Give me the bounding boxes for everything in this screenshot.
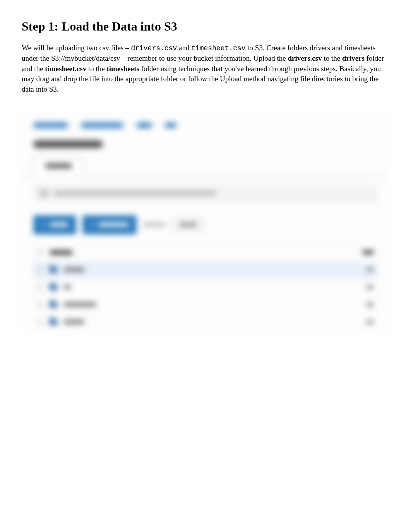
- code-drivers-csv: drivers.csv: [131, 44, 177, 52]
- list-row: [33, 261, 378, 278]
- breadcrumb-separator: ›: [74, 122, 75, 129]
- breadcrumb-separator: ›: [129, 122, 131, 129]
- bold-timesheets-folder: timesheets: [107, 65, 139, 73]
- bold-drivers-folder: drivers: [342, 54, 365, 62]
- checkbox: [37, 249, 43, 256]
- bucket-title: [22, 138, 389, 156]
- list-row: [33, 278, 378, 296]
- column-header-name: [50, 250, 73, 255]
- intro-paragraph: We will be uploading two csv files – dri…: [22, 43, 389, 95]
- text-segment: We will be uploading two csv files –: [22, 44, 131, 52]
- embedded-screenshot-blurred: › › › + +: [22, 110, 389, 334]
- row-meta: [366, 303, 374, 307]
- folder-icon: [50, 302, 57, 308]
- column-header-right: [362, 250, 374, 254]
- tab-overview: [33, 157, 84, 175]
- row-name: [63, 268, 85, 272]
- list-header: [33, 244, 378, 261]
- text-segment: to the: [322, 54, 342, 62]
- create-folder-button: +: [82, 215, 137, 234]
- breadcrumb-item: [165, 123, 176, 128]
- upload-button: +: [33, 215, 76, 234]
- page-heading: Step 1: Load the Data into S3: [22, 19, 389, 34]
- object-list: [22, 244, 389, 331]
- list-row: [33, 313, 378, 331]
- breadcrumb-item: [33, 123, 68, 128]
- folder-icon: [50, 267, 57, 273]
- breadcrumb-item: [81, 123, 123, 128]
- row-name: [63, 285, 71, 289]
- breadcrumb: › › ›: [22, 118, 389, 138]
- search-placeholder: [53, 191, 216, 196]
- row-meta: [366, 285, 374, 289]
- actions-dropdown: [172, 218, 204, 231]
- code-timesheet-csv: timesheet.csv: [191, 44, 245, 52]
- search-bar: [33, 184, 378, 202]
- list-row: [33, 296, 378, 313]
- breadcrumb-separator: ›: [158, 122, 159, 129]
- breadcrumb-item: [137, 123, 152, 128]
- checkbox: [37, 302, 43, 308]
- bold-drivers-csv: drivers.csv: [288, 54, 322, 62]
- text-segment: to the: [86, 65, 106, 73]
- plus-icon: +: [41, 221, 45, 229]
- search-icon: [40, 190, 47, 197]
- bold-timesheet-csv: timesheet.csv: [45, 65, 86, 73]
- action-row: + +: [22, 211, 389, 244]
- row-meta: [366, 268, 374, 272]
- action-text: [143, 223, 166, 227]
- checkbox: [37, 319, 43, 325]
- text-segment: and: [177, 44, 191, 52]
- folder-icon: [50, 284, 57, 290]
- checkbox: [37, 284, 43, 290]
- tab-row: [22, 156, 389, 177]
- row-name: [63, 302, 96, 307]
- plus-icon: +: [90, 221, 94, 229]
- row-meta: [366, 320, 374, 324]
- folder-icon: [50, 319, 57, 325]
- row-name: [63, 320, 85, 324]
- checkbox: [37, 267, 43, 273]
